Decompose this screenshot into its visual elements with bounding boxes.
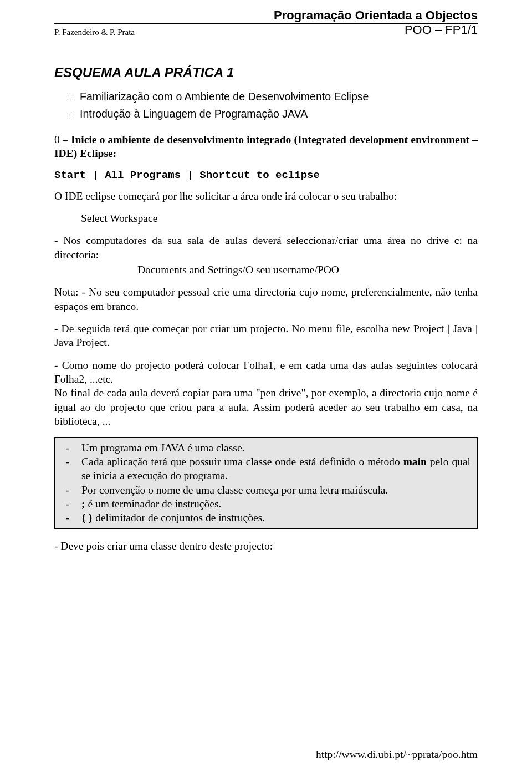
box-item: - Por convenção o nome de uma classe com…: [62, 483, 470, 497]
bullet-list: Familiarização com o Ambiente de Desenvo…: [68, 90, 478, 120]
page-title: ESQUEMA AULA PRÁTICA 1: [54, 65, 478, 80]
bullet-text: Introdução à Linguagem de Programação JA…: [80, 108, 308, 120]
box-item: - Um programa em JAVA é uma classe.: [62, 441, 470, 455]
square-bullet-icon: [68, 111, 73, 116]
box-item: - Cada aplicação terá que possuir uma cl…: [62, 455, 470, 483]
intro-paragraph: 0 – Inicie o ambiente de desenvolvimento…: [54, 133, 478, 161]
list-item: Introdução à Linguagem de Programação JA…: [68, 108, 478, 120]
document-body: ESQUEMA AULA PRÁTICA 1 Familiarização co…: [54, 65, 478, 553]
footer-url: http://www.di.ubi.pt/~pprata/poo.htm: [316, 749, 478, 761]
select-workspace-label: Select Workspace: [81, 211, 478, 225]
final-paragraph: - Deve pois criar uma classe dentro dest…: [54, 539, 478, 553]
documents-path: Documents and Settings/O seu username/PO…: [137, 263, 478, 277]
page-header: Programação Orientada a Objectos P. Faze…: [54, 8, 478, 37]
authors: P. Fazendeiro & P. Prata: [54, 28, 135, 37]
pendrive-paragraph: No final de cada aula deverá copiar para…: [54, 386, 478, 428]
note-paragraph: Nota: - No seu computador pessoal crie u…: [54, 285, 478, 313]
project-paragraph: - De seguida terá que começar por criar …: [54, 322, 478, 350]
list-item: Familiarização com o Ambiente de Desenvo…: [68, 90, 478, 103]
folha-paragraph: - Como nome do projecto poderá colocar F…: [54, 358, 478, 387]
box-item: - { } delimitador de conjuntos de instru…: [62, 511, 470, 525]
ide-paragraph: O IDE eclipse começará por lhe solicitar…: [54, 189, 478, 203]
square-bullet-icon: [68, 94, 73, 99]
box-item: - ; é um terminador de instruções.: [62, 497, 470, 511]
start-path: Start | All Programs | Shortcut to eclip…: [54, 169, 478, 181]
course-title: Programação Orientada a Objectos: [274, 8, 478, 23]
computers-paragraph: - Nos computadores da sua sala de aulas …: [54, 233, 478, 262]
document-page: Programação Orientada a Objectos P. Faze…: [0, 0, 532, 773]
info-box: - Um programa em JAVA é uma classe. - Ca…: [54, 437, 478, 529]
page-code: POO – FP1/1: [405, 23, 478, 37]
bullet-text: Familiarização com o Ambiente de Desenvo…: [80, 90, 369, 103]
